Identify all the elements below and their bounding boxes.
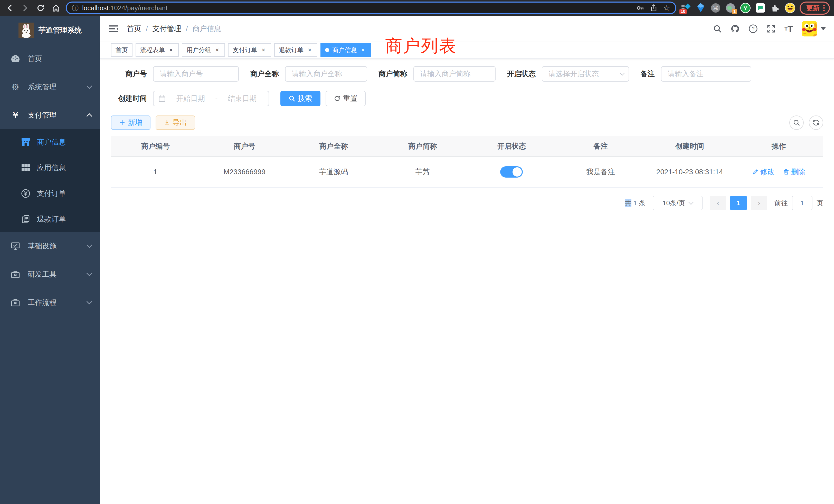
cell-remark: 我是备注 (556, 157, 645, 187)
tab-label: 退款订单 (279, 46, 304, 54)
sidebar-item-workflow[interactable]: 工作流程 (0, 289, 100, 317)
close-icon[interactable]: × (260, 46, 266, 54)
sidebar-item-infrastructure[interactable]: 基础设施 (0, 232, 100, 260)
sidebar-fold-icon[interactable] (108, 24, 118, 33)
sidebar-item-label: 工作流程 (28, 298, 57, 307)
extension-chat-icon[interactable] (755, 3, 766, 13)
status-toggle[interactable] (500, 166, 523, 178)
next-page-button[interactable]: › (751, 196, 767, 210)
prev-page-button[interactable]: ‹ (710, 196, 726, 210)
extension-command-icon[interactable]: ⌘ (710, 3, 721, 13)
password-key-icon[interactable] (636, 4, 644, 12)
github-icon[interactable] (730, 24, 740, 33)
remark-input[interactable] (661, 66, 751, 82)
extension-badge: 1 (732, 9, 737, 14)
create-time-label: 创建时间 (111, 94, 147, 104)
extension-monkey-icon[interactable]: 10 (680, 3, 691, 13)
sidebar-item-dev-tools[interactable]: 研发工具 (0, 260, 100, 289)
browser-home-icon[interactable] (50, 2, 62, 14)
close-icon[interactable]: × (307, 46, 313, 54)
extensions-puzzle-icon[interactable] (770, 3, 781, 13)
font-size-icon[interactable]: TT (785, 24, 793, 34)
share-icon[interactable] (650, 4, 658, 12)
bookmark-star-icon[interactable]: ☆ (663, 4, 670, 12)
delete-link[interactable]: 删除 (783, 167, 806, 177)
start-date-placeholder: 开始日期 (169, 94, 212, 104)
browser-reload-icon[interactable] (35, 2, 46, 14)
toggle-knob (512, 167, 522, 177)
create-time-range-picker[interactable]: 开始日期 - 结束日期 (153, 91, 269, 106)
site-info-icon[interactable]: ⓘ (72, 4, 79, 13)
tab-merchant-info[interactable]: 商户信息 × (321, 43, 371, 57)
tab-refund-order[interactable]: 退款订单 × (274, 43, 317, 57)
sidebar-item-refund-order[interactable]: 退款订单 (0, 206, 100, 232)
sidebar-item-label: 支付订单 (37, 189, 66, 198)
breadcrumb-section[interactable]: 支付管理 (153, 24, 181, 33)
page-1-button[interactable]: 1 (730, 196, 747, 210)
merchant-no-input[interactable] (153, 66, 239, 82)
close-icon[interactable]: × (360, 46, 366, 54)
delete-link-label: 删除 (791, 167, 806, 177)
extension-gem-icon[interactable] (695, 3, 706, 13)
add-button[interactable]: 新增 (111, 115, 151, 130)
browser-menu-icon[interactable] (823, 5, 825, 11)
reset-button[interactable]: 重置 (326, 91, 366, 106)
avatar (802, 21, 817, 37)
browser-update-button[interactable]: 更新 (799, 2, 830, 15)
page-size-select[interactable]: 10条/页 (653, 196, 703, 210)
sidebar-item-label: 商户信息 (37, 137, 66, 147)
export-button[interactable]: 导出 (156, 115, 195, 130)
refresh-table-button[interactable] (809, 115, 823, 130)
gear-icon: ⚙ (10, 83, 21, 91)
profile-emoji-icon[interactable] (785, 3, 795, 13)
url-bar[interactable]: ⓘ localhost:1024/pay/merchant ☆ (66, 2, 676, 14)
breadcrumb-current: 商户信息 (193, 24, 221, 33)
help-icon[interactable]: ? (748, 24, 758, 33)
tab-flow-form[interactable]: 流程表单 × (136, 43, 179, 57)
update-label: 更新 (806, 4, 820, 13)
sidebar-item-payment[interactable]: ￥ 支付管理 (0, 101, 100, 129)
svg-text:⌘: ⌘ (713, 5, 719, 11)
sidebar-item-system[interactable]: ⚙ 系统管理 (0, 73, 100, 101)
chevron-down-icon (87, 83, 92, 89)
extension-recorder-icon[interactable]: 1 (725, 3, 736, 13)
sidebar-item-app-info[interactable]: 应用信息 (0, 155, 100, 181)
table-row: 1 M233666999 芋道源码 芋艿 我是备注 2021-10-23 08:… (111, 157, 823, 187)
full-name-label: 商户全称 (250, 69, 279, 79)
edit-link[interactable]: 修改 (752, 167, 775, 177)
status-select[interactable]: 请选择开启状态 (542, 66, 629, 82)
browser-back-icon[interactable] (4, 2, 16, 14)
user-menu[interactable] (802, 21, 826, 37)
extension-y-icon[interactable]: Y (740, 3, 751, 13)
th-full-name: 商户全称 (289, 136, 378, 157)
close-icon[interactable]: × (168, 46, 174, 54)
toolbox-icon (10, 270, 21, 278)
tab-user-group[interactable]: 用户分组 × (182, 43, 225, 57)
header-search-icon[interactable] (713, 24, 722, 33)
breadcrumb-home[interactable]: 首页 (127, 24, 141, 33)
refresh-icon (334, 95, 341, 102)
selected-text: 共 (625, 199, 631, 207)
close-icon[interactable]: × (214, 46, 220, 54)
plus-icon (119, 120, 125, 126)
export-button-label: 导出 (173, 118, 187, 128)
edit-link-label: 修改 (760, 167, 775, 177)
sidebar-item-pay-order[interactable]: 支付订单 (0, 181, 100, 206)
goto-page-input[interactable] (792, 196, 812, 210)
toggle-search-button[interactable] (789, 115, 804, 130)
fullscreen-icon[interactable] (766, 24, 776, 33)
search-icon (289, 95, 295, 102)
search-button[interactable]: 搜索 (280, 91, 321, 106)
browser-forward-icon[interactable] (20, 2, 31, 14)
tab-home[interactable]: 首页 (111, 43, 132, 57)
url-path: :1024/pay/merchant (109, 4, 168, 12)
full-name-input[interactable] (285, 66, 367, 82)
short-name-input[interactable] (413, 66, 496, 82)
breadcrumb-separator: / (146, 25, 148, 33)
sidebar-item-merchant-info[interactable]: 商户信息 (0, 129, 100, 155)
svg-text:Y: Y (744, 5, 747, 12)
sidebar-item-home[interactable]: 首页 (0, 45, 100, 73)
chevron-down-icon (87, 242, 92, 248)
tab-pay-order[interactable]: 支付订单 × (228, 43, 271, 57)
app-logo[interactable]: 芋道管理系统 (0, 16, 100, 45)
